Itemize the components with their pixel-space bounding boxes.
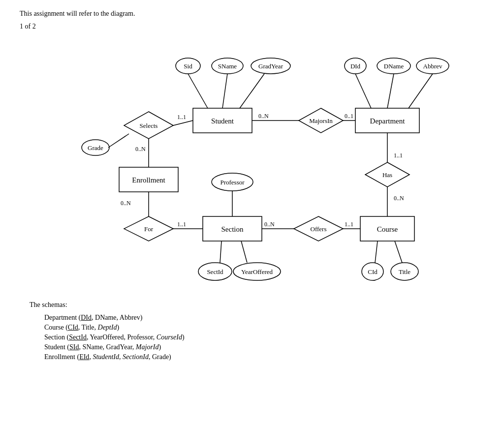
svg-text:Selects: Selects: [140, 122, 158, 129]
svg-text:0..N: 0..N: [135, 146, 146, 152]
svg-line-4: [188, 74, 208, 108]
svg-text:Sid: Sid: [184, 62, 192, 70]
svg-text:Offers: Offers: [311, 225, 327, 233]
svg-text:Course: Course: [377, 225, 398, 233]
svg-line-21: [409, 74, 433, 108]
svg-text:Professor: Professor: [220, 179, 245, 186]
svg-text:Department: Department: [370, 117, 406, 125]
svg-text:Section: Section: [221, 225, 244, 233]
svg-line-7: [222, 74, 227, 108]
schema-section: Section (SectId, YearOffered, Professor,…: [30, 334, 484, 341]
svg-text:1..1: 1..1: [177, 114, 186, 121]
svg-line-15: [355, 74, 371, 108]
svg-text:0..N: 0..N: [258, 113, 269, 120]
svg-text:SName: SName: [218, 62, 237, 70]
svg-text:0..1: 0..1: [345, 113, 353, 120]
svg-text:Title: Title: [399, 268, 410, 275]
intro-text: This assignment will refer to the diagra…: [20, 10, 484, 18]
svg-text:Has: Has: [382, 171, 392, 179]
svg-text:Student: Student: [211, 117, 234, 125]
svg-text:YearOffered: YearOffered: [241, 268, 273, 275]
schemas-title: The schemas:: [30, 301, 484, 309]
schema-student: Student (SId, SName, GradYear, MajorId): [30, 343, 484, 351]
er-diagram: Student Sid SName GradYear Department DI…: [40, 35, 464, 291]
svg-text:Abbrev: Abbrev: [423, 62, 442, 70]
svg-text:MajorsIn: MajorsIn: [309, 117, 333, 124]
page-number: 1 of 2: [20, 23, 484, 30]
svg-text:CId: CId: [368, 268, 378, 275]
svg-text:0..N: 0..N: [121, 200, 131, 207]
schema-enrollment: Enrollment (EId, StudentId, SectionId, G…: [30, 353, 484, 361]
schema-department: Department (DId, DName, Abbrev): [30, 314, 484, 322]
svg-text:0..N: 0..N: [394, 195, 404, 202]
svg-line-34: [108, 134, 129, 148]
svg-text:Enrollment: Enrollment: [132, 176, 165, 184]
svg-line-66: [375, 241, 378, 263]
svg-line-18: [387, 74, 394, 108]
schemas-section: The schemas: Department (DId, DName, Abb…: [20, 301, 484, 361]
schema-course: Course (CId, Title, DeptId): [30, 324, 484, 332]
svg-line-30: [173, 121, 193, 125]
svg-line-52: [220, 241, 221, 263]
svg-text:Grade: Grade: [88, 144, 103, 152]
svg-text:1..1: 1..1: [394, 152, 403, 159]
svg-text:1..1: 1..1: [345, 221, 353, 228]
svg-text:SectId: SectId: [207, 268, 223, 275]
svg-line-69: [395, 241, 402, 263]
svg-text:DId: DId: [350, 62, 361, 70]
svg-text:For: For: [144, 225, 154, 233]
svg-line-55: [241, 241, 247, 263]
svg-text:0..N: 0..N: [264, 221, 275, 228]
svg-line-10: [240, 74, 264, 108]
svg-text:1..1: 1..1: [177, 221, 186, 228]
svg-text:GradYear: GradYear: [258, 62, 284, 70]
svg-text:DName: DName: [384, 62, 404, 70]
